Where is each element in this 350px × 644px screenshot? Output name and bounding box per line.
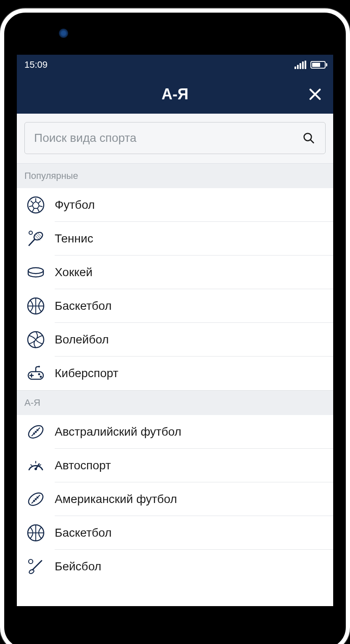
side-button-volume <box>347 253 350 320</box>
list-item-label: Волейбол <box>55 323 333 357</box>
svg-point-16 <box>29 569 34 575</box>
list-item[interactable]: Баскетбол <box>17 516 333 550</box>
list-item[interactable]: Волейбол <box>17 323 333 357</box>
american-football-icon <box>17 490 55 508</box>
svg-point-3 <box>29 231 32 234</box>
header: А-Я <box>17 75 333 114</box>
status-right <box>294 61 326 69</box>
volleyball-icon <box>17 330 55 349</box>
soccer-icon <box>17 196 55 214</box>
svg-point-15 <box>29 559 33 564</box>
list-item-label: Автоспорт <box>55 449 333 482</box>
list-item[interactable]: Баскетбол <box>17 289 333 323</box>
phone-frame: 15:09 А-Я <box>0 8 350 644</box>
svg-point-10 <box>38 366 40 367</box>
tennis-icon <box>17 229 55 248</box>
status-bar: 15:09 <box>17 55 333 75</box>
section-header-popular: Популярные <box>17 163 333 188</box>
basketball-icon <box>17 524 55 542</box>
list-item[interactable]: Бейсбол <box>17 550 333 583</box>
list-item-label: Американский футбол <box>55 482 333 516</box>
screen: 15:09 А-Я <box>17 55 333 606</box>
list-popular: Футбол Теннис Хоккей Баскетбол <box>17 188 333 390</box>
list-item-label: Австралийский футбол <box>55 415 333 449</box>
basketball-icon <box>17 297 55 315</box>
close-icon <box>308 87 322 101</box>
hockey-icon <box>17 263 55 282</box>
list-az: Австралийский футбол Автоспорт Американс… <box>17 415 333 583</box>
list-item-label: Футбол <box>55 188 333 222</box>
svg-point-9 <box>40 376 42 378</box>
close-button[interactable] <box>307 86 323 102</box>
page-title: А-Я <box>162 85 188 103</box>
section-header-az: А-Я <box>17 390 333 415</box>
svg-point-12 <box>34 468 37 470</box>
list-item-label: Бейсбол <box>55 550 333 583</box>
list-item-label: Хоккей <box>55 255 333 289</box>
list-item[interactable]: Футбол <box>17 188 333 222</box>
svg-point-4 <box>28 268 43 274</box>
esports-icon <box>17 364 55 383</box>
aussie-football-icon <box>17 423 55 441</box>
list-item[interactable]: Автоспорт <box>17 449 333 482</box>
list-item[interactable]: Американский футбол <box>17 482 333 516</box>
list-item-label: Баскетбол <box>55 516 333 550</box>
baseball-icon <box>17 557 55 576</box>
search-icon <box>302 131 316 145</box>
list-item-label: Теннис <box>55 222 333 255</box>
list-item[interactable]: Австралийский футбол <box>17 415 333 449</box>
list-item-label: Киберспорт <box>55 357 333 390</box>
side-button-power <box>347 183 350 212</box>
search-box[interactable] <box>24 122 326 154</box>
svg-point-8 <box>38 373 40 375</box>
search-input[interactable] <box>34 131 302 145</box>
list-item[interactable]: Киберспорт <box>17 357 333 390</box>
list-item[interactable]: Теннис <box>17 222 333 255</box>
list-item[interactable]: Хоккей <box>17 255 333 289</box>
motorsport-icon <box>17 456 55 475</box>
signal-icon <box>294 61 306 69</box>
status-time: 15:09 <box>24 59 48 70</box>
battery-icon <box>310 61 326 69</box>
list-item-label: Баскетбол <box>55 289 333 323</box>
search-area <box>17 114 333 163</box>
